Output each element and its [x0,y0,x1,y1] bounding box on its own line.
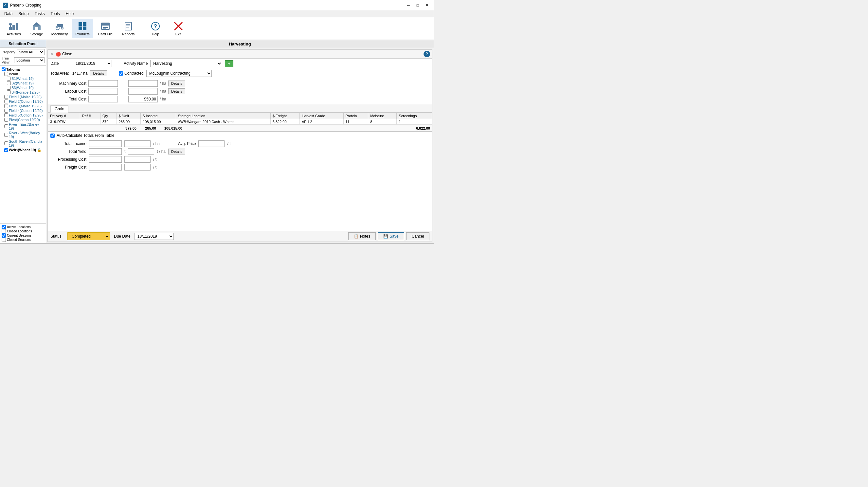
freight-cost-input[interactable]: $6,822.00 [89,164,122,171]
svg-rect-12 [56,26,58,28]
tab-bar: Grain [48,104,432,113]
title-bar: P Phoenix Cropping ─ □ ✕ [0,0,434,10]
labour-cost-per-ha-input[interactable]: $0.00 [128,88,158,95]
date-activity-row: Date 18/11/2019 Activity Name Harvesting… [48,59,432,68]
machinery-icon [54,21,65,31]
toolbar: Activities Storage Machinery [0,17,434,40]
processing-cost-per-t-input[interactable]: $0.00 [124,156,151,163]
help-circle-btn[interactable]: ? [424,51,430,57]
tree-item[interactable]: Weir•(Wheat 19) 🔒 [2,148,44,153]
total-yield-input[interactable]: 379 [89,148,122,155]
machinery-cost-per-ha-input[interactable]: $50.00 [128,80,158,87]
active-locations-toggle[interactable]: Active Locations [2,225,44,229]
contracted-checkbox[interactable] [119,71,123,75]
save-icon: 💾 [383,234,388,239]
toolbar-products[interactable]: Products [72,19,93,38]
tree-item[interactable]: South Raven(Canola 19) [2,139,44,148]
current-seasons-checkbox[interactable] [2,233,6,238]
due-date-select[interactable]: 18/11/2019 [134,233,174,240]
tree-item[interactable]: B1(Wheat 19) [2,76,44,81]
tree-item[interactable]: River - West(Barley 19) [2,130,44,139]
tree-item[interactable]: Pivot(Cotton 19/20) [2,118,44,122]
add-activity-btn[interactable]: + [225,60,234,67]
total-income-input[interactable]: $108,015.00 [89,141,122,147]
total-yield-per-ha-input[interactable]: 2.67 [128,148,154,155]
cancel-btn[interactable]: Cancel [406,232,429,240]
tree-item[interactable]: Field 1(Maize 19/20) [2,95,44,99]
yield-details-btn[interactable]: Details [168,149,185,154]
tree-item[interactable]: Field 3(Maize 19/20) [2,104,44,108]
col-protein: Protein [343,113,368,119]
reports-icon [123,21,133,31]
machinery-cost-input[interactable]: $7,085.00 [88,80,118,87]
form-toolbar: ✕ 🔴 Close ? [48,50,432,59]
date-select[interactable]: 18/11/2019 [73,60,112,67]
total-yield-label: Total Yield [51,149,86,154]
toolbar-activities[interactable]: Activities [3,19,25,38]
closed-seasons-toggle[interactable]: Closed Seasons [2,238,44,242]
tree-item[interactable]: River - East(Barley 19) [2,122,44,130]
status-select[interactable]: Completed [67,232,110,240]
grain-table-area: Delivery # Ref # Qty $ /Unit $ Income St… [48,113,432,125]
col-freight: $ Freight [270,113,300,119]
labour-details-btn[interactable]: Details [168,88,185,94]
total-freight: 6,822.00 [404,126,430,130]
menu-data[interactable]: Data [2,11,15,17]
grain-tab[interactable]: Grain [51,105,68,113]
notes-btn[interactable]: 📋 Notes [348,232,376,240]
tree-item[interactable]: Belah [2,72,44,76]
minimize-button[interactable]: ─ [404,2,413,8]
current-seasons-toggle[interactable]: Current Seasons [2,233,44,238]
maximize-button[interactable]: □ [413,2,422,8]
tree-item[interactable]: Tahoma [2,67,44,72]
toolbar-storage[interactable]: Storage [26,19,48,38]
activity-name-select[interactable]: Harvesting [150,60,222,67]
sidebar-controls: Property Show All Tree View Location [0,48,46,66]
active-locations-checkbox[interactable] [2,225,6,229]
card-file-icon [100,21,111,31]
menu-setup[interactable]: Setup [16,11,31,17]
main-content: Selection Panel Property Show All Tree V… [0,40,434,243]
tree-view-select[interactable]: Location [14,57,44,63]
tree-item[interactable]: B3(Wheat 19) [2,85,44,90]
notes-icon: 📋 [354,234,359,239]
toolbar-help[interactable]: ? Help [145,19,166,38]
col-unit: $ /Unit [117,113,141,119]
activities-icon [8,21,19,31]
sidebar: Selection Panel Property Show All Tree V… [0,40,46,243]
menu-tools[interactable]: Tools [48,11,62,17]
tree-item[interactable]: Field 5(Cotton 19/20) [2,113,44,118]
machinery-details-btn[interactable]: Details [168,81,185,86]
toolbar-reports[interactable]: Reports [118,19,139,38]
total-income-per-ha-input[interactable]: $762.28 [124,141,151,147]
menu-tasks[interactable]: Tasks [32,11,48,17]
menu-help[interactable]: Help [63,11,76,17]
col-moisture: Moisture [368,113,397,119]
toolbar-machinery[interactable]: Machinery [49,19,70,38]
property-select[interactable]: Show All [17,49,44,55]
freight-cost-per-t-input[interactable]: $18.00 [124,164,151,171]
avg-price-input[interactable]: $285.00 [198,141,224,147]
auto-calc-checkbox[interactable] [51,133,55,138]
close-button-form[interactable]: 🔴 Close [56,52,72,57]
closed-locations-checkbox[interactable] [2,229,6,233]
close-button[interactable]: ✕ [423,2,431,8]
col-ref: Ref # [80,113,100,119]
closed-locations-toggle[interactable]: Closed Locations [2,229,44,233]
svg-rect-3 [12,25,15,30]
contractor-select[interactable]: McLoughlin Contracting [146,70,212,77]
closed-seasons-checkbox[interactable] [2,238,6,242]
tree-item[interactable]: Field 4(Cotton 19/20) [2,108,44,113]
toolbar-card-file[interactable]: Card File [95,19,116,38]
toolbar-exit[interactable]: Exit [167,19,189,38]
total-cost-per-ha: $50.00 [128,96,158,102]
total-cost-input[interactable]: $7,085.00 [88,96,118,102]
processing-cost-input[interactable]: $0.00 [89,156,122,163]
tree-item[interactable]: B4(Forage 19/20) [2,90,44,95]
details-area-btn[interactable]: Details [90,70,107,76]
save-btn[interactable]: 💾 Save [378,232,404,240]
tree-item[interactable]: Field 2(Cotton 19/20) [2,99,44,104]
tree-item[interactable]: B2(Wheat 19) [2,81,44,85]
table-row[interactable]: 319-RTW379285.00108,015.00AWB:Wangara:20… [48,119,432,125]
labour-cost-input[interactable]: $0.00 [88,88,118,95]
